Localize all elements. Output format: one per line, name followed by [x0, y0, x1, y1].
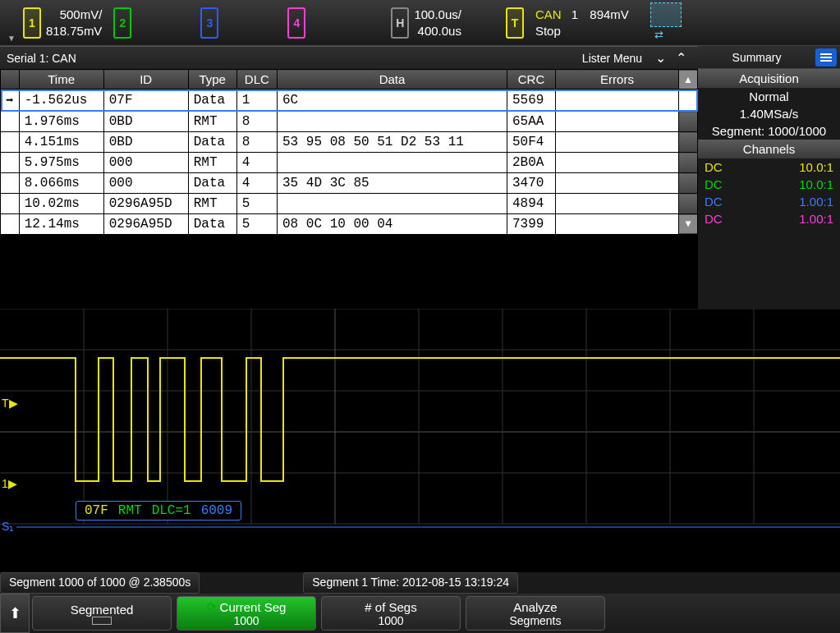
channel-2-badge[interactable]: 2	[113, 7, 131, 39]
table-row[interactable]: 10.02ms0296A95DRMT54894	[1, 194, 698, 214]
row-indicator	[1, 173, 20, 194]
cell-time: 1.976ms	[19, 112, 103, 132]
sk2-label: Current Seg	[220, 600, 287, 614]
horizontal-badge[interactable]: H	[391, 7, 409, 39]
cell-id: 000	[103, 153, 188, 173]
zoom-select-icon[interactable]	[650, 2, 682, 27]
status-row: Segment 1000 of 1000 @ 2.38500s Segment …	[0, 572, 840, 594]
decode-type: RMT	[118, 503, 142, 518]
cell-crc: 50F4	[507, 132, 556, 153]
table-row[interactable]: 5.975ms000RMT42B0A	[1, 153, 698, 173]
col-data[interactable]: Data	[278, 70, 507, 89]
table-row[interactable]: 12.14ms0296A95DData508 0C 10 00 047399▼	[1, 214, 698, 235]
scroll-track[interactable]	[679, 89, 698, 112]
cell-time: 8.066ms	[19, 173, 103, 194]
lister-scroll-up-icon[interactable]: ⌃	[676, 50, 686, 66]
cell-type: RMT	[188, 153, 236, 173]
table-row[interactable]: 4.151ms0BDData853 95 08 50 51 D2 53 1150…	[1, 132, 698, 153]
channel-row: DC1.00:1	[698, 193, 840, 210]
cell-errors	[556, 194, 679, 214]
softkey-current-seg[interactable]: ⟳ Current Seg 1000	[177, 596, 316, 631]
ch1-offset: 818.75mV	[46, 23, 102, 39]
decode-id: 07F	[85, 503, 108, 518]
menu-dropdown-icon[interactable]: ▼	[3, 3, 20, 43]
cell-time: 12.14ms	[19, 214, 103, 235]
col-id[interactable]: ID	[103, 70, 188, 89]
swap-icon[interactable]: ⇄	[644, 27, 675, 44]
trigger-badge[interactable]: T	[506, 7, 524, 39]
waveform-area[interactable]: T▶ 1▶ S₁ 07F RMT DLC=1 6009	[0, 309, 840, 555]
acq-mode: Normal	[698, 88, 840, 105]
scroll-track[interactable]	[679, 112, 698, 132]
col-dlc[interactable]: DLC	[236, 70, 277, 89]
channel-row: DC10.0:1	[698, 158, 840, 176]
table-row[interactable]: 8.066ms000Data435 4D 3C 853470	[1, 173, 698, 194]
sk4-value: Segments	[509, 614, 561, 627]
scroll-track[interactable]	[679, 194, 698, 214]
lister-scroll-down-icon[interactable]: ⌄	[655, 50, 666, 66]
segment-status-left: Segment 1000 of 1000 @ 2.38500s	[0, 572, 200, 594]
trig-src-label: CAN	[535, 7, 562, 21]
cell-data: 53 95 08 50 51 D2 53 11	[278, 132, 507, 153]
trig-src-num: 1	[571, 7, 578, 21]
cell-type: RMT	[188, 194, 236, 214]
lister-header-row: Time ID Type DLC Data CRC Errors ▲	[1, 70, 698, 89]
waveform-trace	[0, 358, 840, 481]
scroll-track[interactable]	[679, 173, 698, 194]
lister-title: Serial 1: CAN	[7, 52, 582, 65]
cell-time: 5.975ms	[19, 153, 103, 173]
sk2-value: 1000	[233, 614, 259, 627]
cell-type: Data	[188, 132, 236, 153]
trigger-info: CAN 1 894mV Stop	[529, 7, 629, 39]
scroll-track[interactable]	[679, 153, 698, 173]
row-indicator	[1, 112, 20, 132]
sidebar-menu-icon[interactable]	[815, 48, 837, 67]
cell-dlc: 8	[236, 132, 277, 153]
channel-3-badge[interactable]: 3	[200, 7, 218, 39]
cell-data	[278, 194, 507, 214]
sk3-label: # of Segs	[365, 600, 416, 614]
table-row[interactable]: 1.976ms0BDRMT865AA	[1, 112, 698, 132]
cell-errors	[556, 214, 679, 235]
sidebar-summary-row: Summary	[698, 46, 840, 69]
sk4-label: Analyze	[513, 600, 557, 614]
segment-status-right: Segment 1 Time: 2012-08-15 13:19:24	[303, 572, 518, 594]
scroll-track[interactable]	[679, 132, 698, 153]
ch-coupling: DC	[705, 160, 723, 174]
ch-probe: 10.0:1	[799, 177, 833, 191]
scroll-down-arrow[interactable]: ▼	[679, 215, 697, 233]
top-bar: ▼ 1 500mV/ 818.75mV 2 3 4 H 100.0us/ 400…	[0, 0, 840, 46]
scroll-track[interactable]: ▼	[679, 214, 698, 235]
scroll-up-arrow[interactable]: ▲	[679, 70, 698, 89]
trig-level: 894mV	[590, 7, 629, 21]
cell-id: 0296A95D	[103, 194, 188, 214]
cell-crc: 3470	[507, 173, 556, 194]
cell-data: 6C	[278, 89, 507, 112]
channel-1-badge[interactable]: 1	[23, 7, 41, 39]
ch1-scale: 500mV/	[46, 7, 102, 23]
col-crc[interactable]: CRC	[507, 70, 556, 89]
lister-menu-button[interactable]: Lister Menu	[582, 52, 642, 65]
col-errors[interactable]: Errors	[556, 70, 679, 89]
lister-header: Serial 1: CAN Lister Menu ⌄ ⌃	[0, 46, 698, 69]
cell-dlc: 4	[236, 173, 277, 194]
softkey-row: ⬆ Segmented ⟳ Current Seg 1000 # of Segs…	[0, 594, 840, 633]
grid	[0, 309, 840, 524]
row-indicator	[1, 153, 20, 173]
cell-crc: 4894	[507, 194, 556, 214]
softkey-num-segs[interactable]: # of Segs 1000	[321, 596, 461, 631]
cell-id: 0BD	[103, 132, 188, 153]
softkey-analyze[interactable]: Analyze Segments	[466, 596, 605, 631]
table-row[interactable]: ➡-1.562us07FData16C5569	[1, 89, 698, 112]
decode-bubble: 07F RMT DLC=1 6009	[76, 501, 241, 521]
softkey-segmented[interactable]: Segmented	[32, 596, 172, 631]
h-scale: 100.0us/	[414, 7, 461, 23]
cell-dlc: 5	[236, 194, 277, 214]
col-type[interactable]: Type	[188, 70, 236, 89]
cell-time: 4.151ms	[19, 132, 103, 153]
s1-marker: S₁	[2, 520, 14, 533]
ch-probe: 1.00:1	[799, 212, 833, 226]
channel-4-badge[interactable]: 4	[287, 7, 305, 39]
col-time[interactable]: Time	[19, 70, 103, 89]
back-button[interactable]: ⬆	[0, 594, 30, 633]
